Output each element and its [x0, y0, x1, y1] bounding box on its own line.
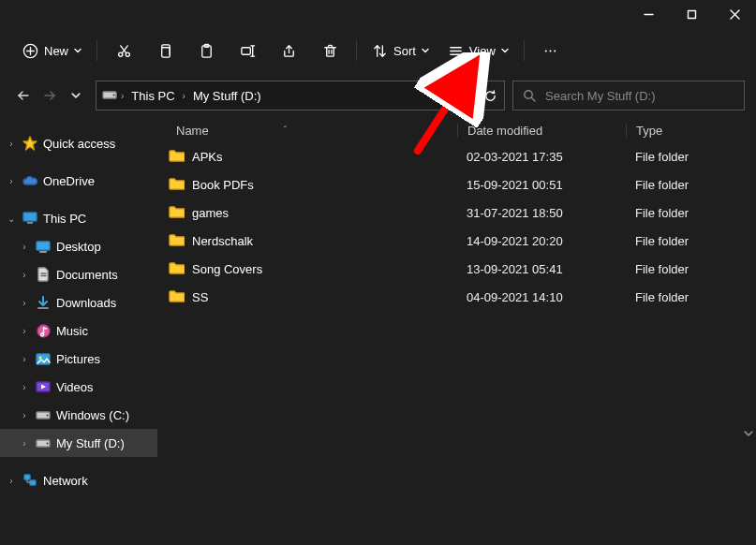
sidebar-item-label: Windows (C:) [56, 408, 129, 422]
table-row[interactable]: Nerdschalk14-09-2021 20:20File folder [157, 227, 756, 255]
table-row[interactable]: SS04-09-2021 14:10File folder [157, 283, 756, 311]
sidebar-item-label: Videos [56, 380, 94, 394]
chevron-right-icon[interactable]: › [19, 298, 30, 308]
chevron-right-icon[interactable]: › [19, 242, 30, 252]
cut-button[interactable] [103, 28, 144, 73]
table-row[interactable]: Song Covers13-09-2021 05:41File folder [157, 255, 756, 283]
sidebar-item-network[interactable]: › Network [0, 466, 157, 494]
sidebar-item-videos[interactable]: › Videos [0, 373, 157, 401]
sidebar-item-label: Music [56, 324, 88, 338]
view-button[interactable]: View [438, 28, 518, 73]
address-bar[interactable]: › This PC › My Stuff (D:) [96, 81, 467, 110]
network-icon [22, 473, 37, 488]
recent-locations-button[interactable] [64, 82, 88, 109]
chevron-right-icon[interactable]: › [19, 326, 30, 336]
file-name: Book PDFs [192, 178, 254, 192]
chevron-right-icon[interactable]: › [6, 139, 17, 149]
sidebar-item-music[interactable]: › Music [0, 317, 157, 345]
file-name: APKs [192, 150, 223, 164]
search-placeholder: Search My Stuff (D:) [545, 89, 656, 103]
scroll-down-button[interactable] [743, 423, 754, 444]
column-headers: Nameˆ Date modified Type [157, 114, 756, 142]
divider [524, 40, 525, 61]
sidebar-item-quick-access[interactable]: › Quick access [0, 129, 157, 157]
sidebar-item-documents[interactable]: › Documents [0, 260, 157, 288]
desktop-icon [36, 239, 51, 254]
table-row[interactable]: games31-07-2021 18:50File folder [157, 199, 756, 227]
forward-button[interactable] [37, 82, 62, 109]
svg-point-52 [47, 443, 49, 445]
column-header-date[interactable]: Date modified [457, 124, 626, 138]
rename-icon [240, 43, 256, 59]
svg-rect-38 [37, 242, 50, 250]
navigation-row: › This PC › My Stuff (D:) Search My Stuf… [0, 77, 756, 114]
breadcrumb-item[interactable]: My Stuff (D:) [189, 89, 265, 103]
close-button[interactable] [713, 0, 756, 28]
divider [96, 40, 97, 61]
videos-icon [36, 379, 51, 394]
chevron-right-icon: › [119, 91, 126, 101]
more-options-button[interactable] [530, 28, 571, 73]
file-type: File folder [626, 234, 756, 248]
trash-icon [322, 43, 338, 59]
sidebar-item-downloads[interactable]: › Downloads [0, 288, 157, 317]
chevron-right-icon[interactable]: › [19, 354, 30, 364]
sidebar-item-my-stuff-d[interactable]: › My Stuff (D:) [0, 429, 157, 457]
monitor-icon [22, 211, 37, 226]
delete-button[interactable] [309, 28, 350, 73]
file-type: File folder [626, 150, 756, 164]
divider [356, 40, 357, 61]
svg-point-27 [550, 50, 552, 52]
file-date: 02-03-2021 17:35 [457, 150, 626, 164]
refresh-button[interactable] [475, 81, 505, 110]
svg-line-34 [531, 97, 535, 101]
chevron-right-icon[interactable]: › [19, 382, 30, 392]
chevron-down-icon[interactable]: ⌄ [6, 214, 17, 224]
column-header-type[interactable]: Type [626, 124, 756, 138]
chevron-right-icon[interactable]: › [19, 410, 30, 420]
folder-icon [169, 233, 185, 249]
copy-button[interactable] [144, 28, 185, 73]
sidebar-item-pictures[interactable]: › Pictures [0, 345, 157, 373]
search-input[interactable]: Search My Stuff (D:) [512, 81, 745, 110]
chevron-right-icon[interactable]: › [19, 438, 30, 449]
table-row[interactable]: Book PDFs15-09-2021 00:51File folder [157, 170, 756, 199]
sidebar-item-desktop[interactable]: › Desktop [0, 232, 157, 260]
chevron-right-icon[interactable]: › [19, 270, 30, 280]
column-header-name[interactable]: Nameˆ [157, 124, 457, 138]
sidebar-item-label: My Stuff (D:) [56, 436, 125, 450]
chevron-right-icon[interactable]: › [6, 176, 17, 186]
svg-rect-53 [24, 475, 30, 479]
document-icon [36, 267, 51, 282]
sidebar-item-label: Downloads [56, 296, 116, 310]
file-type: File folder [626, 290, 756, 304]
chevron-right-icon[interactable]: › [6, 476, 17, 486]
table-row[interactable]: APKs02-03-2021 17:35File folder [157, 142, 756, 170]
svg-rect-11 [161, 47, 170, 56]
file-date: 13-09-2021 05:41 [457, 262, 626, 276]
scissors-icon [116, 43, 132, 59]
rename-button[interactable] [227, 28, 268, 73]
sidebar-item-onedrive[interactable]: › OneDrive [0, 167, 157, 195]
new-button[interactable]: New [13, 28, 91, 73]
maximize-button[interactable] [670, 0, 713, 28]
breadcrumb-item[interactable]: This PC [127, 89, 178, 103]
address-history-button[interactable] [438, 91, 461, 100]
sidebar-item-windows-c[interactable]: › Windows (C:) [0, 401, 157, 429]
pictures-icon [36, 351, 51, 366]
sidebar-item-label: Documents [56, 268, 118, 282]
sort-button[interactable]: Sort [363, 28, 438, 73]
svg-rect-14 [241, 47, 249, 54]
svg-point-28 [554, 50, 556, 52]
sidebar-item-this-pc[interactable]: ⌄ This PC [0, 204, 157, 232]
minimize-button[interactable] [627, 0, 670, 28]
back-button[interactable] [11, 82, 36, 109]
chevron-right-icon: › [181, 91, 187, 101]
clipboard-icon [199, 43, 215, 59]
paste-button[interactable] [185, 28, 227, 73]
file-list-area: Nameˆ Date modified Type APKs02-03-2021 … [157, 114, 756, 543]
drive-icon [102, 89, 117, 103]
share-button[interactable] [268, 28, 309, 73]
plus-circle-icon [22, 43, 38, 59]
sidebar-item-label: Pictures [56, 352, 100, 366]
